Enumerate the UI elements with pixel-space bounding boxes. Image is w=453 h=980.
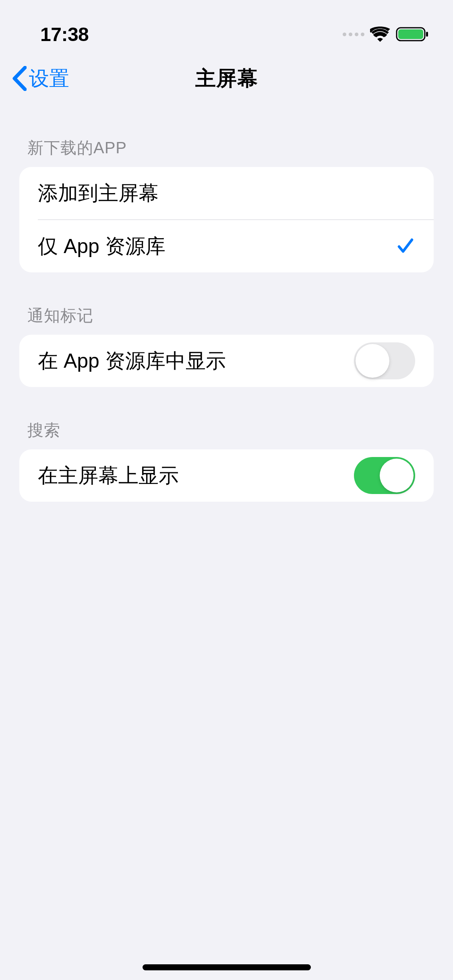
wifi-icon	[370, 27, 390, 42]
back-button[interactable]: 设置	[12, 65, 69, 92]
home-indicator[interactable]	[143, 964, 311, 970]
status-right	[343, 26, 429, 42]
status-time: 17:38	[40, 23, 89, 45]
section-header-notification-badges: 通知标记	[19, 272, 434, 335]
status-bar: 17:38	[0, 0, 453, 52]
row-show-on-home: 在主屏幕上显示	[19, 449, 434, 502]
checkmark-icon	[396, 237, 415, 256]
group-search: 在主屏幕上显示	[19, 449, 434, 502]
row-label: 在主屏幕上显示	[38, 462, 179, 489]
page-title: 主屏幕	[195, 65, 258, 93]
group-new-apps: 添加到主屏幕 仅 App 资源库	[19, 167, 434, 272]
option-app-library-only[interactable]: 仅 App 资源库	[19, 220, 434, 272]
row-label: 在 App 资源库中显示	[38, 348, 226, 375]
back-label: 设置	[29, 65, 69, 92]
svg-rect-2	[426, 32, 428, 37]
option-add-to-home[interactable]: 添加到主屏幕	[19, 167, 434, 219]
nav-bar: 设置 主屏幕	[0, 52, 453, 105]
option-label: 添加到主屏幕	[38, 180, 159, 207]
section-header-new-apps: 新下载的APP	[19, 105, 434, 167]
row-show-in-app-library: 在 App 资源库中显示	[19, 335, 434, 387]
battery-icon	[396, 26, 429, 42]
toggle-knob	[356, 344, 389, 378]
svg-rect-1	[398, 29, 423, 39]
toggle-show-on-home[interactable]	[354, 457, 415, 494]
cellular-icon	[343, 33, 364, 36]
chevron-left-icon	[12, 66, 27, 91]
option-label: 仅 App 资源库	[38, 233, 165, 260]
section-header-search: 搜索	[19, 387, 434, 449]
toggle-show-in-app-library[interactable]	[354, 342, 415, 379]
toggle-knob	[380, 459, 414, 492]
group-notification-badges: 在 App 资源库中显示	[19, 335, 434, 387]
